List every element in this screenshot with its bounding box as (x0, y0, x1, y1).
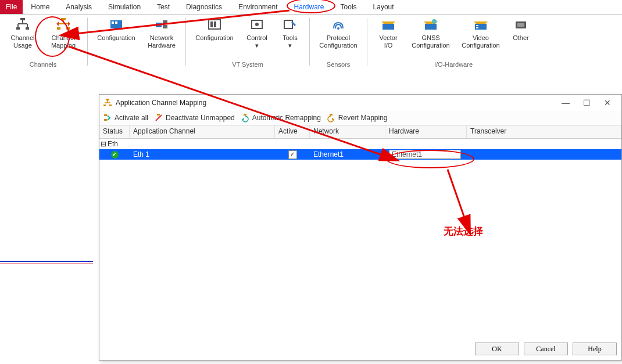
active-checkbox[interactable]: ✓ (288, 150, 297, 159)
menu-simulation[interactable]: Simulation (100, 0, 149, 14)
maximize-button[interactable]: ☐ (576, 96, 597, 109)
automatic-remapping-button[interactable]: Automatic Remapping (241, 113, 321, 122)
file-menu[interactable]: File (0, 0, 23, 14)
menu-tools[interactable]: Tools (333, 0, 365, 14)
help-button[interactable]: Help (573, 343, 617, 355)
protocol-config-button[interactable]: ProtocolConfiguration (314, 16, 362, 49)
svg-rect-40 (104, 114, 107, 116)
vt-config-button[interactable]: Configuration (191, 16, 238, 49)
vt-config-icon (206, 17, 223, 33)
ribbon-group-vt: Configuration Control▾ Tools▾ VT System (187, 15, 308, 69)
vt-tools-label: Tools▾ (283, 34, 298, 49)
ribbon-group-channels: ChannelUsage ChannelMapping Channels (0, 15, 86, 69)
revert-mapping-button[interactable]: Revert Mapping (327, 113, 388, 122)
menu-environment[interactable]: Environment (230, 0, 285, 14)
video-config-button[interactable]: VideoConfiguration (457, 16, 505, 49)
close-button[interactable]: ✕ (597, 96, 618, 109)
svg-rect-38 (103, 104, 106, 106)
svg-rect-27 (383, 24, 394, 30)
svg-rect-34 (517, 23, 524, 27)
vt-control-label: Control▾ (246, 34, 267, 49)
bg-line-blue (0, 261, 93, 262)
svg-rect-30 (475, 24, 487, 30)
menu-diagnostics[interactable]: Diagnostics (178, 0, 230, 14)
menu-analysis[interactable]: Analysis (58, 0, 100, 14)
svg-rect-7 (61, 18, 66, 20)
video-config-icon (473, 17, 489, 33)
dialog-title: Application Channel Mapping (116, 99, 555, 107)
svg-point-24 (255, 23, 259, 26)
menu-hardware[interactable]: Hardware (286, 0, 333, 14)
network-hardware-icon (153, 17, 170, 33)
ribbon-group-sensors-label: Sensors (327, 61, 350, 69)
channel-mapping-icon (55, 17, 72, 33)
grid-body: ⊟ Eth ✔ Eth 1 ✓ Ethernet1 Ethernet1 (99, 139, 621, 330)
status-ok-icon: ✔ (111, 151, 119, 158)
vt-tools-button[interactable]: Tools▾ (276, 16, 305, 49)
vt-config-label: Configuration (195, 34, 233, 49)
network-hardware-button[interactable]: NetworkHardware (142, 16, 181, 49)
svg-marker-13 (68, 21, 70, 26)
col-application-channel[interactable]: Application Channel (130, 125, 275, 138)
svg-rect-15 (112, 21, 114, 24)
revert-icon (327, 113, 336, 122)
table-row[interactable]: ✔ Eth 1 ✓ Ethernet1 Ethernet1 (99, 149, 621, 160)
channel-usage-button[interactable]: ChannelUsage (3, 16, 42, 49)
menu-test[interactable]: Test (149, 0, 178, 14)
channel-usage-icon (15, 17, 31, 33)
ok-button[interactable]: OK (475, 343, 519, 355)
col-status[interactable]: Status (99, 125, 130, 138)
svg-rect-28 (425, 24, 437, 30)
cancel-button[interactable]: Cancel (524, 343, 568, 355)
vector-io-label: VectorI/O (379, 34, 397, 49)
svg-rect-39 (109, 104, 112, 106)
group-label: Eth (108, 140, 118, 148)
gnss-config-icon (423, 17, 439, 33)
col-network[interactable]: Network (310, 125, 385, 138)
ribbon-group-sensors: ProtocolConfiguration Sensors (311, 15, 366, 69)
minimize-button[interactable]: — (555, 96, 576, 109)
grid-header: Status Application Channel Active Networ… (99, 125, 621, 139)
chevron-down-icon: ▾ (288, 42, 292, 49)
svg-rect-21 (210, 21, 213, 27)
menu-home[interactable]: Home (23, 0, 58, 14)
chevron-down-icon: ▾ (255, 42, 259, 49)
group-row-eth[interactable]: ⊟ Eth (99, 139, 621, 149)
channel-mapping-label: ChannelMapping (51, 34, 76, 49)
svg-rect-31 (476, 25, 478, 26)
svg-rect-10 (57, 27, 60, 30)
col-hardware[interactable]: Hardware (385, 125, 467, 138)
channel-mapping-button[interactable]: ChannelMapping (44, 16, 83, 49)
cell-application-channel: Eth 1 (130, 150, 275, 158)
configuration-button[interactable]: Configuration (92, 16, 140, 49)
svg-line-43 (156, 115, 162, 121)
svg-rect-42 (157, 114, 160, 116)
svg-rect-11 (66, 27, 70, 30)
hardware-combobox[interactable]: Ethernet1 (389, 150, 461, 159)
svg-marker-12 (56, 21, 59, 26)
collapse-icon[interactable]: ⊟ (99, 140, 108, 148)
deactivate-unmapped-button[interactable]: Deactivate Unmapped (154, 113, 235, 122)
svg-rect-16 (115, 21, 117, 24)
other-icon (513, 17, 529, 33)
vector-io-icon (380, 17, 396, 33)
svg-rect-6 (26, 27, 29, 30)
vector-io-button[interactable]: VectorI/O (372, 16, 405, 49)
col-active[interactable]: Active (275, 125, 310, 138)
gnss-config-label: GNSSConfiguration (412, 34, 449, 49)
vt-control-icon (249, 17, 265, 33)
svg-rect-0 (20, 18, 25, 20)
other-button[interactable]: Other (507, 16, 535, 49)
svg-rect-18 (163, 20, 167, 24)
svg-rect-19 (163, 25, 167, 28)
menu-layout[interactable]: Layout (365, 0, 402, 14)
protocol-config-label: ProtocolConfiguration (319, 34, 357, 49)
svg-rect-44 (244, 114, 246, 116)
dialog-titlebar[interactable]: Application Channel Mapping — ☐ ✕ (99, 95, 621, 111)
svg-rect-25 (284, 20, 292, 28)
gnss-config-button[interactable]: GNSSConfiguration (407, 16, 455, 49)
vt-control-button[interactable]: Control▾ (241, 16, 273, 49)
col-transceiver[interactable]: Transceiver (467, 125, 621, 138)
dialog-buttons: OK Cancel Help (475, 343, 617, 355)
activate-all-button[interactable]: Activate all (103, 113, 148, 122)
